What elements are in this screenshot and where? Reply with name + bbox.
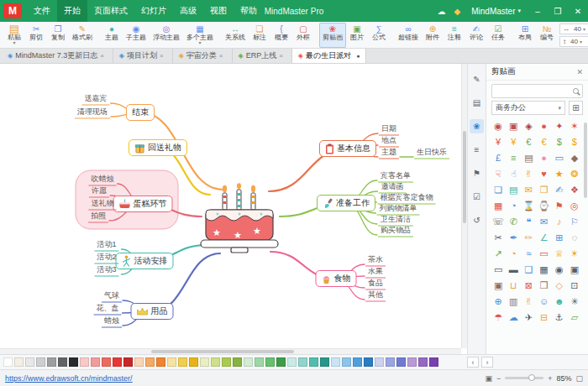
mindmap-canvas[interactable]: 结束送嘉宾清理现场回送礼物蛋糕环节吹蜡烛许愿送礼物拍照活动安排活动1活动2活动3… (0, 64, 467, 354)
thumbs-down-icon[interactable]: ☟ (491, 167, 505, 181)
color-swatch[interactable] (320, 357, 329, 367)
tab-universe[interactable]: ◈ 宇宙分类 × (173, 49, 233, 63)
theme-style-icon[interactable]: ▤ (470, 96, 484, 110)
color-swatch[interactable] (276, 357, 286, 367)
color-swatch[interactable] (353, 357, 362, 367)
calculator-icon[interactable]: ⊞ (553, 231, 566, 245)
color-swatch[interactable] (429, 357, 438, 367)
subtopic-button[interactable]: ◉ 子主题 (123, 23, 150, 48)
quote-chat-icon[interactable]: ❝ (522, 215, 535, 229)
clipart-scrollbar[interactable] (584, 123, 587, 198)
color-swatch[interactable] (156, 357, 165, 367)
relationship-button[interactable]: ↔ 关系线 (222, 23, 249, 48)
euro-note-icon[interactable]: € (522, 135, 535, 149)
scissors-icon[interactable]: ✂ (491, 231, 505, 245)
wave-chart-icon[interactable]: ≈ (522, 247, 535, 261)
color-swatch[interactable] (123, 357, 133, 367)
edrawsoft-link[interactable]: https://www.edrawsoft.cn/mindmaster/ (5, 374, 133, 383)
canvas-horizontal-scrollbar[interactable] (0, 348, 461, 354)
color-swatch[interactable] (134, 357, 144, 367)
search-lens-icon[interactable]: ◌ (568, 231, 581, 245)
summary-button[interactable]: { 概要 (270, 23, 292, 48)
money-bag-icon[interactable]: ◆ (568, 151, 581, 165)
calendar-icon[interactable]: ▦ (491, 199, 505, 213)
color-swatch[interactable] (200, 357, 209, 367)
v-spacing-spinner[interactable]: ↕ 40 ▾ (559, 36, 588, 47)
briefcase-icon[interactable]: ▣ (491, 279, 505, 293)
marker-panel-icon[interactable]: ⚑ (470, 166, 484, 180)
clock-icon[interactable]: ◔ (507, 199, 520, 213)
attachment-button[interactable]: ⊕ 附件 (422, 23, 444, 48)
idea-bulb-icon[interactable]: ☀ (568, 247, 581, 261)
maximize-button[interactable]: ❐ (548, 0, 568, 22)
dollar-note-icon[interactable]: $ (553, 135, 566, 149)
grid-view-icon[interactable]: ⊞ (569, 101, 583, 115)
target-icon[interactable]: ◎ (568, 199, 581, 213)
app-logo[interactable]: M (3, 3, 22, 18)
scrollbar-thumb[interactable] (463, 131, 466, 223)
mindmap-subtopic[interactable]: 清理现场 (75, 107, 110, 119)
cut-button[interactable]: ✂ 剪切 (25, 23, 47, 48)
color-swatch[interactable] (47, 357, 56, 367)
color-swatch[interactable] (80, 357, 89, 367)
mindmap-subtopic[interactable]: 主题 (379, 147, 399, 159)
laptop-icon[interactable]: ▬ (507, 263, 520, 277)
tab-close-icon[interactable]: × (219, 52, 223, 60)
chevron-down-icon[interactable]: ▾ (583, 26, 585, 32)
team-icon[interactable]: ☻ (553, 295, 566, 309)
camera-icon[interactable]: ◉ (553, 263, 566, 277)
scrollbar-thumb[interactable] (151, 350, 294, 353)
menu-advanced[interactable]: 高级 (173, 0, 203, 22)
color-swatch[interactable] (222, 357, 231, 367)
mindmap-subtopic[interactable]: 活动3 (94, 264, 118, 277)
fullscreen-icon[interactable]: ▢ (575, 374, 583, 383)
phone-icon[interactable]: ☏ (491, 215, 505, 229)
color-swatch[interactable] (386, 357, 395, 367)
color-swatch[interactable] (396, 357, 406, 367)
mindmap-topic-return-gifts[interactable]: 回送礼物 (129, 139, 187, 156)
mindmap-subtopic[interactable]: 许愿 (89, 185, 109, 198)
trophy-icon[interactable]: ♕ (553, 247, 566, 261)
watch-icon[interactable]: ⌚ (537, 199, 550, 213)
color-swatch[interactable] (211, 357, 220, 367)
palette-prev-icon[interactable]: ‹ (467, 357, 479, 368)
white-flag-icon[interactable]: ⚐ (568, 215, 581, 229)
seal-star-icon[interactable]: ✦ (553, 119, 566, 133)
task-panel-icon[interactable]: ☑ (470, 190, 484, 204)
vip-icon[interactable]: ◆ (454, 7, 461, 16)
color-swatch[interactable] (255, 357, 264, 367)
mindmap-subtopic[interactable]: 日期 (379, 123, 399, 136)
color-swatch[interactable] (102, 357, 111, 367)
document-icon[interactable]: ❏ (491, 183, 505, 197)
mindmap-subtopic[interactable]: 送嘉宾 (82, 93, 110, 106)
topic-button[interactable]: ● 主题 (101, 23, 123, 48)
palette-next-icon[interactable]: › (481, 357, 493, 368)
color-swatch[interactable] (3, 357, 13, 367)
victory-hand-icon[interactable]: ✌ (522, 167, 535, 181)
color-swatch[interactable] (14, 357, 24, 367)
plane-icon[interactable]: ✈ (522, 310, 535, 325)
mindmap-subtopic[interactable]: 活动2 (94, 252, 118, 264)
chevron-down-icon[interactable]: ▾ (580, 39, 582, 44)
color-swatch[interactable] (287, 357, 297, 367)
piggy-bank-icon[interactable]: ● (537, 151, 550, 165)
globe-icon[interactable]: ⊕ (491, 295, 505, 309)
tab-changelog[interactable]: ◈ MindMaster 7.3更新日志 × (2, 49, 113, 63)
tab-close-icon[interactable]: × (160, 52, 164, 60)
hourglass-icon[interactable]: ⌛ (522, 199, 535, 213)
menu-file[interactable]: 文件 (27, 0, 57, 22)
zoom-in-icon[interactable]: + (548, 374, 552, 383)
paste-button[interactable]: ▤ 粘贴 ▾ (3, 23, 25, 48)
menu-view[interactable]: 视图 (203, 0, 234, 22)
clipart-search[interactable] (491, 84, 583, 98)
task-button[interactable]: ☑ 任务 (487, 23, 509, 48)
tab-close-icon[interactable]: × (100, 52, 104, 60)
color-swatch[interactable] (331, 357, 340, 367)
fit-page-icon[interactable]: ▣ (485, 374, 492, 383)
category-select[interactable]: 商务办公 ▾ (491, 101, 565, 115)
mindmap-subtopic[interactable]: 购买物品 (378, 225, 413, 237)
clipart-panel-icon[interactable]: ❀ (470, 119, 484, 133)
history-panel-icon[interactable]: ↺ (470, 213, 484, 227)
certificate-icon[interactable]: ❖ (568, 183, 581, 197)
color-swatch[interactable] (309, 357, 318, 367)
